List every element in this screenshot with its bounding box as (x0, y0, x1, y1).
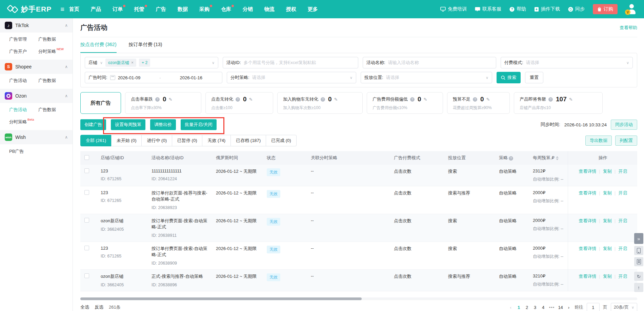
enable-link[interactable]: 开启 (618, 190, 627, 195)
sidebar-item-pb-ads[interactable]: PB广告 (0, 144, 73, 159)
nav-item-purchase[interactable]: 采购 (199, 6, 209, 13)
sidebar-item-ad-data[interactable]: 广告数据 (36, 104, 73, 116)
invert-selection-link[interactable]: 反选 (95, 304, 103, 310)
enable-link[interactable]: 开启 (618, 246, 627, 251)
select-all-checkbox[interactable] (84, 155, 89, 160)
expand-panel-button[interactable]: » (634, 233, 643, 244)
card-sold-out-soon[interactable]: 产品即将售罄 ? 107 ✎ 店铺产品库存≤10 (514, 92, 603, 114)
mobile-app-button[interactable] (634, 246, 643, 255)
prev-page-icon[interactable]: ‹ (508, 305, 513, 310)
row-checkbox[interactable] (84, 273, 89, 278)
date-end[interactable]: 2026-01-16 (180, 75, 203, 80)
sidebar-item-ad-campaign[interactable]: 广告活动 (0, 75, 36, 87)
campaign-id-input[interactable]: 活动ID: 多个用逗号分隔，支持Excel复制粘贴 (223, 57, 358, 68)
batch-toggle-button[interactable]: 批量开启/关闭 (181, 119, 217, 130)
edit-icon[interactable]: ✎ (169, 97, 173, 102)
nav-item-products[interactable]: 产品 (91, 6, 101, 13)
view-detail-link[interactable]: 查看详情 (579, 274, 596, 279)
row-checkbox[interactable] (84, 168, 89, 173)
sync-link[interactable]: 同步 (568, 6, 585, 12)
tab-pay-per-click[interactable]: 按点击付费 (362) (80, 37, 117, 53)
column-config-button[interactable]: 列配置 (615, 136, 637, 146)
search-button[interactable]: 搜索 (497, 72, 521, 83)
sidebar-item-time-strategy[interactable]: 分时策略Beta (0, 116, 36, 128)
copy-link[interactable]: 复制 (603, 274, 612, 279)
card-cart-no-conversion[interactable]: 加入购物车无转化 ? 0 ✎ 加入购物车次数≥100 (277, 92, 363, 114)
app-logo[interactable]: 妙手ERP (7, 4, 52, 14)
card-ctr-drop[interactable]: 点击率暴跌 ? 0 ✎ 点击率下降≥30% (125, 92, 201, 114)
shop-select[interactable]: 店铺 ∨ ozon新店铺× + 2 ∨ (85, 57, 218, 68)
more-pages-icon[interactable]: ••• (549, 305, 555, 310)
status-tab-archived[interactable]: 已存档 (187) (230, 135, 266, 146)
help-link[interactable]: ? 帮助 (509, 6, 526, 12)
nav-item-orders[interactable]: 订单 (113, 6, 123, 13)
subscribe-button[interactable]: 订购 (593, 4, 618, 14)
create-ad-button[interactable]: 创建广告 (80, 119, 106, 130)
placement-select[interactable]: 投放位置: 请选择 ∨ (361, 72, 492, 83)
status-tab-all[interactable]: 全部 (261) (80, 135, 112, 146)
date-start[interactable]: 2026-01-09 (118, 75, 141, 80)
ad-date-range-picker[interactable]: 广告时间: 2026-01-09 - 2026-01-16 (85, 72, 222, 83)
adjust-bid-button[interactable]: 调整出价 (150, 119, 176, 130)
sidebar-item-ad-campaign-active[interactable]: 广告活动 (0, 104, 36, 116)
copy-link[interactable]: 复制 (603, 190, 612, 195)
nav-item-home[interactable]: 首页 (69, 6, 79, 13)
set-weekly-budget-button[interactable]: 设置每周预算 (111, 119, 145, 130)
status-tab-running[interactable]: 进行中 (0) (141, 135, 172, 146)
view-detail-link[interactable]: 查看详情 (579, 246, 596, 251)
card-all-ads[interactable]: 所有广告 (80, 92, 121, 114)
sidebar-item-time-strategy[interactable]: 分时策略NEW (36, 45, 73, 58)
edit-icon[interactable]: ✎ (249, 97, 253, 102)
sync-campaigns-button[interactable]: 同步活动 (611, 120, 637, 130)
sidebar-item-ad-data[interactable]: 广告数据 (36, 33, 73, 45)
copy-link[interactable]: 复制 (603, 169, 612, 174)
row-checkbox[interactable] (84, 190, 89, 195)
enable-link[interactable]: 开启 (618, 169, 627, 174)
sidebar-group-tiktok[interactable]: ♪ TikTok ∧ (0, 18, 73, 33)
card-click-no-conversion[interactable]: 点击无转化 ? 0 ✎ 点击量≥100 (205, 92, 273, 114)
page-2[interactable]: 2 (525, 305, 529, 310)
nav-item-logistics[interactable]: 物流 (264, 6, 275, 13)
edit-icon[interactable]: ✎ (486, 97, 490, 102)
view-detail-link[interactable]: 查看详情 (579, 218, 596, 223)
col-weekly-budget[interactable]: 每周预算,₽ (529, 151, 568, 165)
tab-pay-per-order[interactable]: 按订单付费 (13) (129, 37, 162, 53)
pay-mode-select[interactable]: 付费模式: 请选择 ∨ (501, 57, 633, 68)
nav-item-warehouse[interactable]: 仓库 (221, 6, 231, 13)
free-training-link[interactable]: 免费培训 (440, 6, 467, 12)
campaign-name-input[interactable]: 活动名称: 请输入活动名称 (363, 57, 496, 68)
sidebar-item-ad-account[interactable]: 广告开户 (0, 45, 36, 58)
status-tab-not-started[interactable]: 未开始 (0) (111, 135, 142, 146)
sidebar-group-ozon[interactable]: Ozon ∧ (0, 89, 73, 103)
status-tab-finished[interactable]: 已完成 (0) (266, 135, 297, 146)
user-avatar[interactable]: V (626, 3, 637, 15)
copy-link[interactable]: 复制 (603, 218, 612, 223)
reset-button[interactable]: 重置 (525, 72, 543, 83)
enable-link[interactable]: 开启 (618, 218, 627, 223)
row-checkbox[interactable] (84, 218, 89, 223)
status-tab-invalid[interactable]: 无效 (74) (202, 135, 231, 146)
sidebar-group-shopee[interactable]: S Shopee ∧ (0, 60, 73, 74)
page-3[interactable]: 3 (533, 305, 538, 310)
card-low-ad-share[interactable]: 广告费用份额偏低 ? 0 ✎ 广告费用份额≤10% (367, 92, 443, 114)
remove-tag-icon[interactable]: × (131, 60, 134, 65)
page-14[interactable]: 14 (558, 305, 563, 310)
sidebar-item-ad-data[interactable]: 广告数据 (36, 75, 73, 87)
nav-item-distribution[interactable]: 分销 (243, 6, 253, 13)
nav-item-more[interactable]: 更多 (308, 6, 318, 13)
refresh-button[interactable]: ↻ (634, 272, 643, 281)
back-to-top-button[interactable]: ↑ (634, 283, 643, 292)
nav-item-data[interactable]: 数据 (178, 6, 188, 13)
view-detail-link[interactable]: 查看详情 (579, 190, 596, 195)
hamburger-icon[interactable]: ≡ (60, 5, 64, 13)
page-4[interactable]: 4 (541, 305, 546, 310)
nav-item-authorization[interactable]: 授权 (286, 6, 296, 13)
nav-item-ads[interactable]: 广告 (156, 6, 166, 13)
document-button[interactable] (634, 257, 643, 266)
export-data-button[interactable]: 导出数据 (585, 136, 612, 146)
goto-page-input[interactable]: 1 (587, 303, 600, 311)
sidebar-item-ad-manage[interactable]: 广告管理 (0, 33, 36, 45)
row-checkbox[interactable] (84, 246, 89, 250)
page-size-select[interactable]: 20条/页 ∨ (611, 303, 637, 311)
edit-icon[interactable]: ✎ (569, 97, 573, 102)
